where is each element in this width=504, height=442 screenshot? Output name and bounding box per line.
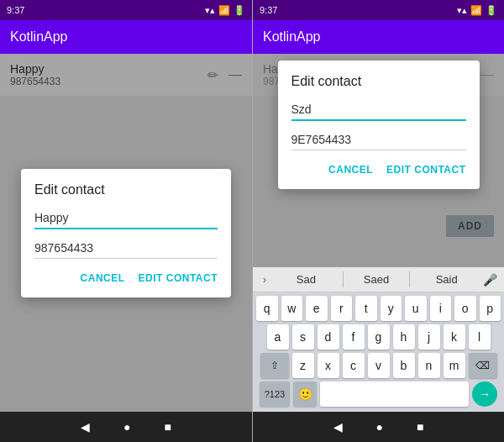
- key-w[interactable]: w: [281, 296, 303, 321]
- left-content-area: Happy 987654433 ✏ — Edit contact CANCEL …: [0, 54, 252, 412]
- key-e[interactable]: e: [306, 296, 328, 321]
- key-f[interactable]: f: [343, 324, 365, 350]
- left-app-title: KotlinApp: [10, 29, 68, 45]
- right-home-button[interactable]: ●: [376, 420, 383, 434]
- signal-icon: 📶: [218, 5, 230, 16]
- right-phone-input[interactable]: [291, 131, 466, 150]
- key-d[interactable]: d: [318, 324, 339, 350]
- key-k[interactable]: k: [444, 324, 465, 350]
- right-status-bar: 9:37 ▾▴ 📶 🔋: [253, 0, 504, 20]
- left-dialog-actions: CANCEL EDIT CONTACT: [34, 272, 218, 284]
- left-status-bar-right: ▾▴ 📶 🔋: [205, 5, 245, 16]
- wifi-icon: ▾▴: [205, 5, 215, 16]
- left-status-bar: 9:37 ▾▴ 📶 🔋: [0, 0, 252, 20]
- left-cancel-button[interactable]: CANCEL: [81, 272, 125, 284]
- left-dialog: Edit contact CANCEL EDIT CONTACT: [21, 169, 231, 297]
- key-symbols[interactable]: ?123: [260, 381, 290, 407]
- right-back-button[interactable]: ◀: [333, 420, 343, 434]
- key-row-3: ⇧ z x c v b n m ⌫: [256, 353, 501, 378]
- suggestion-saed[interactable]: Saed: [343, 271, 411, 287]
- left-name-input[interactable]: [34, 209, 218, 229]
- right-app-title: KotlinApp: [263, 29, 321, 45]
- key-z[interactable]: z: [292, 353, 314, 378]
- key-a[interactable]: a: [267, 324, 289, 350]
- right-battery-icon: 🔋: [486, 5, 497, 16]
- left-phone-panel: 9:37 ▾▴ 📶 🔋 KotlinApp Happy 987654433 ✏ …: [0, 0, 252, 442]
- keyboard-suggestions-bar: › Sad Saed Said 🎤: [253, 267, 504, 292]
- left-recents-button[interactable]: ■: [165, 420, 171, 434]
- right-time: 9:37: [260, 5, 277, 15]
- right-name-input[interactable]: [291, 101, 466, 121]
- suggestion-arrow-icon[interactable]: ›: [260, 274, 270, 286]
- key-s[interactable]: s: [292, 324, 314, 350]
- key-space[interactable]: [320, 381, 469, 407]
- right-status-bar-left: 9:37: [260, 5, 277, 15]
- mic-icon[interactable]: 🎤: [483, 273, 497, 287]
- right-status-bar-right: ▾▴ 📶 🔋: [457, 5, 497, 16]
- right-dialog-title: Edit contact: [291, 74, 466, 89]
- key-y[interactable]: y: [381, 296, 402, 321]
- right-confirm-button[interactable]: EDIT CONTACT: [386, 164, 465, 176]
- suggestion-said[interactable]: Said: [413, 271, 480, 287]
- right-content-area: Happy 987654433 ✏ — Edit contact CANCEL …: [253, 54, 504, 267]
- key-r[interactable]: r: [331, 296, 353, 321]
- left-nav-bar: ◀ ● ■: [0, 412, 252, 442]
- key-m[interactable]: m: [444, 353, 465, 378]
- key-q[interactable]: q: [256, 296, 278, 321]
- key-j[interactable]: j: [418, 324, 440, 350]
- key-l[interactable]: l: [469, 324, 491, 350]
- left-home-button[interactable]: ●: [123, 420, 130, 434]
- left-confirm-button[interactable]: EDIT CONTACT: [139, 272, 218, 284]
- key-row-2: a s d f g h j k l: [256, 324, 501, 350]
- right-overlay: Edit contact CANCEL EDIT CONTACT: [253, 54, 504, 267]
- battery-icon: 🔋: [234, 5, 245, 16]
- key-x[interactable]: x: [318, 353, 339, 378]
- right-recents-button[interactable]: ■: [417, 420, 423, 434]
- right-phone-panel: 9:37 ▾▴ 📶 🔋 KotlinApp Happy 987654433 ✏ …: [252, 0, 504, 442]
- right-nav-bar: ◀ ● ■: [253, 412, 504, 442]
- key-b[interactable]: b: [393, 353, 415, 378]
- key-u[interactable]: u: [405, 296, 427, 321]
- left-status-bar-left: 9:37: [7, 5, 24, 15]
- left-app-bar: KotlinApp: [0, 20, 252, 54]
- left-back-button[interactable]: ◀: [81, 420, 90, 434]
- key-c[interactable]: c: [343, 353, 365, 378]
- right-app-bar: KotlinApp: [253, 20, 504, 54]
- key-enter[interactable]: →: [472, 381, 497, 407]
- right-cancel-button[interactable]: CANCEL: [328, 164, 373, 176]
- key-p[interactable]: p: [480, 296, 501, 321]
- left-time: 9:37: [7, 5, 24, 15]
- key-i[interactable]: i: [430, 296, 452, 321]
- right-dialog-actions: CANCEL EDIT CONTACT: [291, 164, 466, 176]
- key-g[interactable]: g: [368, 324, 390, 350]
- key-n[interactable]: n: [418, 353, 440, 378]
- keyboard-keys: q w e r t y u i o p a s d f g h j k l: [253, 292, 504, 412]
- key-row-1: q w e r t y u i o p: [256, 296, 501, 321]
- right-wifi-icon: ▾▴: [457, 5, 467, 16]
- key-shift[interactable]: ⇧: [260, 353, 289, 378]
- left-phone-input[interactable]: [34, 239, 218, 259]
- left-overlay: Edit contact CANCEL EDIT CONTACT: [0, 54, 252, 412]
- key-row-bottom: ?123 🙂 →: [260, 381, 497, 407]
- key-emoji[interactable]: 🙂: [293, 381, 317, 407]
- key-t[interactable]: t: [355, 296, 377, 321]
- key-v[interactable]: v: [368, 353, 390, 378]
- key-o[interactable]: o: [454, 296, 476, 321]
- left-dialog-title: Edit contact: [34, 182, 218, 197]
- right-signal-icon: 📶: [470, 5, 482, 16]
- right-dialog: Edit contact CANCEL EDIT CONTACT: [278, 61, 480, 189]
- keyboard-area: › Sad Saed Said 🎤 q w e r t y u i o p a …: [253, 267, 504, 412]
- key-backspace[interactable]: ⌫: [469, 353, 497, 378]
- suggestion-sad[interactable]: Sad: [273, 271, 339, 287]
- key-h[interactable]: h: [393, 324, 415, 350]
